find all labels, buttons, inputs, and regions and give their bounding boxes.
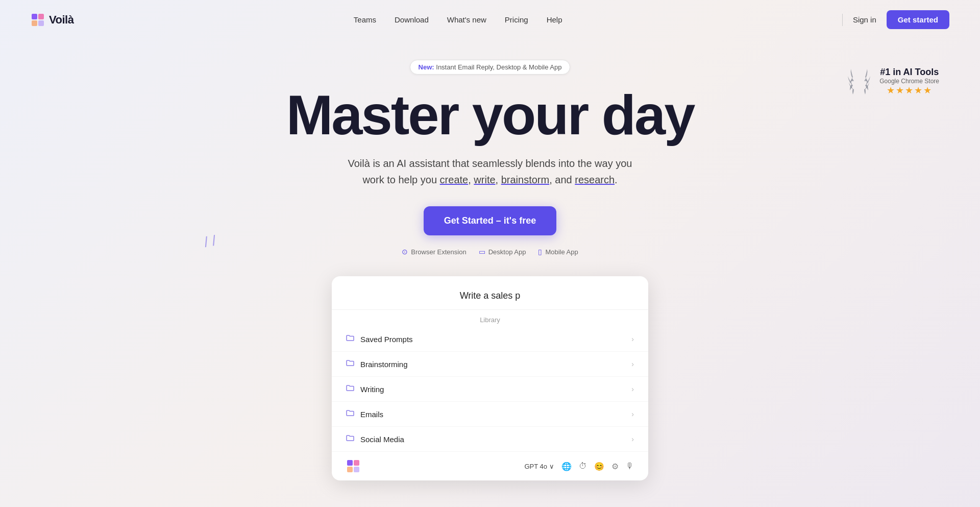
subtitle-write: write bbox=[474, 174, 495, 185]
gpt-selector[interactable]: GPT 4o ∨ bbox=[524, 463, 554, 470]
list-item-social-media[interactable]: Social Media › bbox=[332, 427, 648, 452]
subtitle-create: create bbox=[440, 174, 469, 185]
app-library-label: Library bbox=[332, 310, 648, 327]
svg-rect-7 bbox=[354, 467, 359, 472]
desktop-icon: ▭ bbox=[479, 248, 485, 256]
svg-rect-0 bbox=[32, 14, 37, 19]
nav-pricing[interactable]: Pricing bbox=[505, 15, 528, 24]
platform-desktop-label: Desktop App bbox=[488, 248, 526, 256]
svg-rect-4 bbox=[347, 460, 353, 466]
toolbar-left bbox=[346, 459, 360, 473]
hero-section: #1 in AI Tools Google Chrome Store ★★★★★… bbox=[0, 39, 980, 480]
nav-links: Teams Download What's new Pricing Help bbox=[354, 15, 562, 25]
mobile-icon: ▯ bbox=[538, 248, 542, 256]
award-text: #1 in AI Tools Google Chrome Store ★★★★★ bbox=[879, 67, 939, 96]
nav-whats-new[interactable]: What's new bbox=[447, 15, 486, 24]
settings-icon[interactable]: ⚙ bbox=[611, 462, 619, 471]
voila-mini-icon bbox=[346, 459, 360, 473]
award-sub: Google Chrome Store bbox=[879, 78, 939, 85]
svg-rect-5 bbox=[354, 460, 359, 466]
award-stars: ★★★★★ bbox=[879, 85, 939, 96]
folder-icon-3 bbox=[346, 384, 354, 394]
folder-icon-4 bbox=[346, 409, 354, 419]
app-toolbar: GPT 4o ∨ 🌐 ⏱ 😊 ⚙ 🎙 bbox=[332, 452, 648, 480]
item-label-social-media: Social Media bbox=[360, 435, 404, 444]
chevron-right-icon-4: › bbox=[631, 410, 634, 418]
award-title: #1 in AI Tools bbox=[879, 67, 939, 78]
item-label-brainstorming: Brainstorming bbox=[360, 360, 408, 369]
logo[interactable]: Voilà bbox=[31, 13, 74, 27]
globe-icon[interactable]: 🌐 bbox=[561, 462, 572, 471]
clock-icon[interactable]: ⏱ bbox=[579, 462, 587, 471]
folder-icon-5 bbox=[346, 434, 354, 444]
svg-rect-6 bbox=[347, 467, 353, 472]
platform-browser: ⊙ Browser Extension bbox=[402, 248, 466, 256]
gpt-label: GPT 4o bbox=[524, 463, 547, 470]
gpt-dropdown-icon: ∨ bbox=[549, 463, 554, 470]
logo-icon bbox=[31, 13, 45, 27]
hero-subtitle: Voilà is an AI assistant that seamlessly… bbox=[337, 155, 643, 188]
logo-text: Voilà bbox=[49, 13, 74, 27]
folder-icon bbox=[346, 334, 354, 344]
platform-desktop: ▭ Desktop App bbox=[479, 248, 526, 256]
hero-cta-button[interactable]: Get Started – it's free bbox=[424, 206, 556, 235]
app-input-text: Write a sales p bbox=[460, 291, 521, 301]
platform-mobile: ▯ Mobile App bbox=[538, 248, 578, 256]
nav-teams[interactable]: Teams bbox=[354, 15, 376, 24]
hero-platforms: ⊙ Browser Extension ▭ Desktop App ▯ Mobi… bbox=[402, 248, 578, 256]
emoji-icon[interactable]: 😊 bbox=[594, 462, 604, 471]
subtitle-research: research bbox=[575, 174, 615, 185]
chevron-right-icon-2: › bbox=[631, 360, 634, 368]
folder-icon-2 bbox=[346, 359, 354, 369]
badge-text: Instant Email Reply, Desktop & Mobile Ap… bbox=[436, 63, 561, 71]
hero-title: Master your day bbox=[286, 87, 694, 143]
svg-rect-3 bbox=[38, 20, 44, 26]
svg-rect-2 bbox=[32, 20, 37, 26]
award-badge: #1 in AI Tools Google Chrome Store ★★★★★ bbox=[845, 65, 939, 98]
platform-mobile-label: Mobile App bbox=[545, 248, 578, 256]
nav-divider bbox=[842, 14, 843, 26]
item-label-saved-prompts: Saved Prompts bbox=[360, 335, 413, 344]
new-badge: New: Instant Email Reply, Desktop & Mobi… bbox=[410, 60, 571, 75]
list-item-emails[interactable]: Emails › bbox=[332, 402, 648, 427]
list-item-saved-prompts[interactable]: Saved Prompts › bbox=[332, 327, 648, 352]
chevron-right-icon-5: › bbox=[631, 435, 634, 443]
chevron-right-icon: › bbox=[631, 335, 634, 343]
laurel-icon bbox=[845, 65, 873, 98]
svg-rect-1 bbox=[38, 14, 44, 19]
item-label-writing: Writing bbox=[360, 385, 384, 394]
decorative-lines: / / bbox=[203, 232, 217, 251]
app-input-area[interactable]: Write a sales p bbox=[332, 276, 648, 310]
toolbar-right: GPT 4o ∨ 🌐 ⏱ 😊 ⚙ 🎙 bbox=[524, 462, 634, 471]
nav-actions: Sign in Get started bbox=[842, 10, 949, 29]
browser-icon: ⊙ bbox=[402, 248, 408, 256]
item-label-emails: Emails bbox=[360, 410, 383, 419]
chevron-right-icon-3: › bbox=[631, 385, 634, 393]
list-item-brainstorming[interactable]: Brainstorming › bbox=[332, 352, 648, 377]
nav-download[interactable]: Download bbox=[395, 15, 429, 24]
nav-get-started-button[interactable]: Get started bbox=[887, 10, 949, 29]
sign-in-link[interactable]: Sign in bbox=[853, 15, 876, 24]
platform-browser-label: Browser Extension bbox=[411, 248, 466, 256]
list-item-writing[interactable]: Writing › bbox=[332, 377, 648, 402]
nav-help[interactable]: Help bbox=[547, 15, 562, 24]
subtitle-brainstorm: brainstorm bbox=[501, 174, 549, 185]
app-preview-card: Write a sales p Library Saved Prompts › … bbox=[332, 276, 648, 480]
badge-new-label: New: bbox=[419, 63, 434, 71]
mic-icon[interactable]: 🎙 bbox=[626, 462, 634, 471]
